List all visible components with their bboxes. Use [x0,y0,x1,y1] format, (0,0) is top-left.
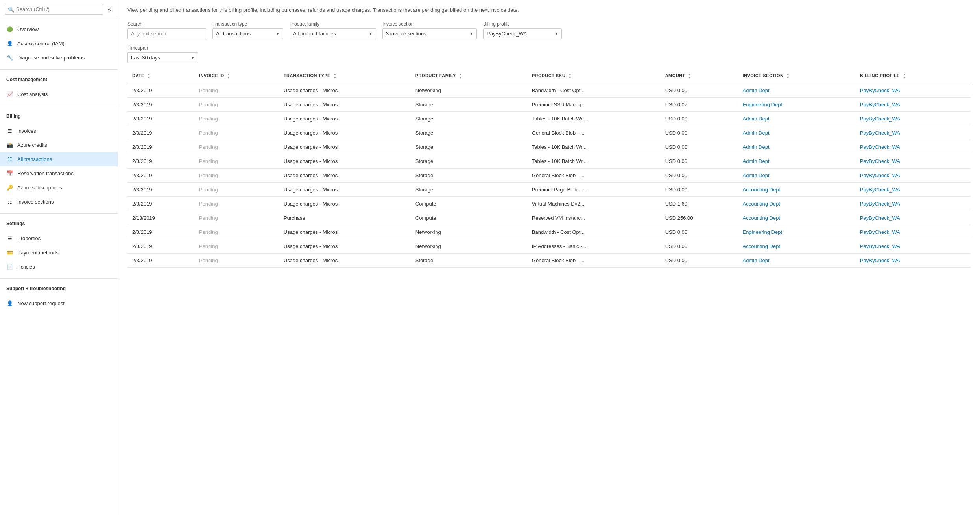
cell-invoice-section[interactable]: Admin Dept [738,140,855,154]
sidebar-item-cost-analysis[interactable]: 📈 Cost analysis [0,87,118,101]
cell-product-family: Storage [411,154,527,168]
cell-date: 2/3/2019 [127,111,194,126]
sidebar-item-azure-credits[interactable]: 📸 Azure credits [0,138,118,152]
cell-transaction-type: Usage charges - Micros [279,196,411,211]
cell-product-sku: Premium Page Blob - ... [527,182,661,196]
col-billing-profile[interactable]: BILLING PROFILE ▲▼ [855,69,971,83]
transaction-type-filter-group: Transaction type All transactions ▼ [212,21,283,39]
filters-row-1: Search Transaction type All transactions… [127,21,971,39]
sidebar-item-payment-methods[interactable]: 💳 Payment methods [0,245,118,259]
cell-amount: USD 0.00 [661,83,738,98]
sidebar-item-diagnose[interactable]: 🔧 Diagnose and solve problems [0,50,118,65]
cell-invoice-section[interactable]: Admin Dept [738,83,855,98]
cell-invoice-section[interactable]: Admin Dept [738,154,855,168]
sidebar-item-access-control[interactable]: 👤 Access control (IAM) [0,36,118,50]
section-cost-management: Cost management [0,71,118,84]
filters-row-2: Timespan Last 30 days ▼ [127,45,971,63]
transaction-type-value: All transactions [216,31,251,37]
cell-billing-profile[interactable]: PayByCheck_WA [855,83,971,98]
sidebar-item-invoices[interactable]: ☰ Invoices [0,124,118,138]
cell-transaction-type: Usage charges - Micros [279,182,411,196]
cell-amount: USD 0.07 [661,97,738,111]
search-filter-group: Search [127,21,206,39]
sidebar-item-all-transactions[interactable]: ☷ All transactions [0,152,118,166]
col-transaction-type[interactable]: TRANSACTION TYPE ▲▼ [279,69,411,83]
search-input[interactable] [5,4,103,15]
list-icon: ☰ [6,127,13,134]
collapse-button[interactable]: « [106,4,113,15]
col-invoice-id[interactable]: INVOICE ID ▲▼ [194,69,279,83]
cell-billing-profile[interactable]: PayByCheck_WA [855,225,971,239]
chevron-down-icon: ▼ [276,31,280,36]
product-family-dropdown[interactable]: All product families ▼ [290,28,376,39]
cell-invoice-section[interactable]: Engineering Dept [738,97,855,111]
cell-product-sku: Reserved VM Instanc... [527,211,661,225]
sidebar-item-label: Invoice sections [17,199,54,205]
sidebar-item-policies[interactable]: 📄 Policies [0,259,118,274]
table-row: 2/3/2019PendingUsage charges - MicrosSto… [127,154,971,168]
cell-amount: USD 1.69 [661,196,738,211]
table-row: 2/3/2019PendingUsage charges - MicrosSto… [127,182,971,196]
cell-billing-profile[interactable]: PayByCheck_WA [855,168,971,182]
sidebar-item-new-support-request[interactable]: 👤 New support request [0,296,118,310]
cell-invoice-section[interactable]: Accounting Dept [738,239,855,253]
sidebar-item-azure-subscriptions[interactable]: 🔑 Azure subscriptions [0,180,118,195]
cell-invoice-id: Pending [194,168,279,182]
cell-billing-profile[interactable]: PayByCheck_WA [855,182,971,196]
cell-billing-profile[interactable]: PayByCheck_WA [855,97,971,111]
cell-invoice-section[interactable]: Accounting Dept [738,196,855,211]
sidebar-item-properties[interactable]: ☰ Properties [0,231,118,245]
cell-invoice-section[interactable]: Engineering Dept [738,225,855,239]
cell-date: 2/3/2019 [127,225,194,239]
cell-billing-profile[interactable]: PayByCheck_WA [855,239,971,253]
table-row: 2/3/2019PendingUsage charges - MicrosCom… [127,196,971,211]
sidebar-item-label: Properties [17,235,41,241]
cell-amount: USD 256.00 [661,211,738,225]
cell-billing-profile[interactable]: PayByCheck_WA [855,196,971,211]
col-amount[interactable]: AMOUNT ▲▼ [661,69,738,83]
col-product-sku[interactable]: PRODUCT SKU ▲▼ [527,69,661,83]
doc-icon: 📄 [6,263,13,270]
section-support: Support + troubleshooting [0,280,118,293]
cell-invoice-id: Pending [194,111,279,126]
cell-invoice-section[interactable]: Accounting Dept [738,211,855,225]
cost-management-nav: 📈 Cost analysis [0,84,118,104]
timespan-dropdown[interactable]: Last 30 days ▼ [127,52,198,63]
billing-profile-dropdown[interactable]: PayByCheck_WA ▼ [483,28,562,39]
cell-billing-profile[interactable]: PayByCheck_WA [855,140,971,154]
cell-invoice-section[interactable]: Admin Dept [738,253,855,267]
cell-invoice-id: Pending [194,196,279,211]
circle-dot-icon: 🟢 [6,26,13,33]
cell-billing-profile[interactable]: PayByCheck_WA [855,111,971,126]
cell-billing-profile[interactable]: PayByCheck_WA [855,126,971,140]
cell-product-sku: General Block Blob - ... [527,253,661,267]
cell-invoice-section[interactable]: Admin Dept [738,168,855,182]
transaction-type-dropdown[interactable]: All transactions ▼ [212,28,283,39]
transactions-table-container: DATE ▲▼ INVOICE ID ▲▼ TRANSACTION TYPE ▲… [127,69,971,268]
cell-invoice-section[interactable]: Admin Dept [738,126,855,140]
grid-icon: ☷ [6,156,13,163]
cell-billing-profile[interactable]: PayByCheck_WA [855,211,971,225]
cell-date: 2/3/2019 [127,126,194,140]
cell-product-family: Networking [411,83,527,98]
sidebar-item-invoice-sections[interactable]: ☷ Invoice sections [0,195,118,209]
main-panel: View pending and billed transactions for… [118,0,980,515]
cell-invoice-section[interactable]: Accounting Dept [738,182,855,196]
cell-invoice-section[interactable]: Admin Dept [738,111,855,126]
sidebar-item-label: Overview [17,26,39,32]
col-invoice-section[interactable]: INVOICE SECTION ▲▼ [738,69,855,83]
sidebar-item-reservation-transactions[interactable]: 📅 Reservation transactions [0,166,118,180]
cell-billing-profile[interactable]: PayByCheck_WA [855,154,971,168]
sidebar-item-label: Diagnose and solve problems [17,55,85,61]
cell-product-sku: IP Addresses - Basic -... [527,239,661,253]
col-date[interactable]: DATE ▲▼ [127,69,194,83]
cell-product-family: Storage [411,182,527,196]
invoice-section-dropdown[interactable]: 3 invoice sections ▼ [382,28,477,39]
person-icon: 👤 [6,40,13,47]
cell-billing-profile[interactable]: PayByCheck_WA [855,253,971,267]
col-product-family[interactable]: PRODUCT FAMILY ▲▼ [411,69,527,83]
cell-transaction-type: Usage charges - Micros [279,154,411,168]
search-filter-input[interactable] [127,28,206,39]
cell-transaction-type: Usage charges - Micros [279,239,411,253]
sidebar-item-overview[interactable]: 🟢 Overview [0,22,118,36]
